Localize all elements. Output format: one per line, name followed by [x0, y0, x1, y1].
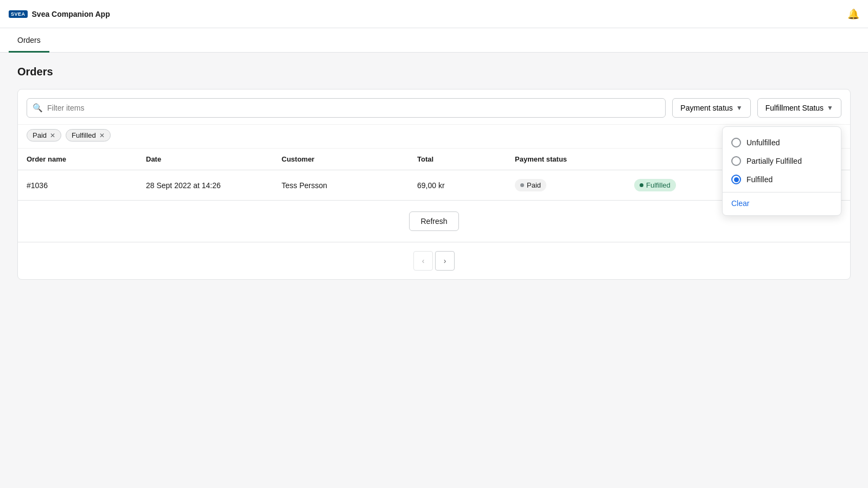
col-date: Date: [146, 155, 282, 163]
filter-tag-paid-label: Paid: [33, 131, 47, 139]
payment-status-filter-button[interactable]: Payment status ▼: [672, 98, 750, 118]
fulfillment-dropdown: Unfulfilled Partially Fulfilled Fulfille…: [722, 126, 841, 216]
search-icon: 🔍: [33, 103, 43, 113]
payment-status-label: Payment status: [680, 104, 733, 112]
filter-tag-fulfilled-label: Fulfilled: [72, 131, 96, 139]
dropdown-divider: [723, 192, 841, 192]
fulfillment-status-text: Fulfilled: [646, 181, 671, 189]
col-total: Total: [417, 155, 515, 163]
fulfillment-status-label: Fulfillment Status: [765, 104, 824, 112]
pagination-prev-button[interactable]: ‹: [413, 251, 433, 271]
payment-status-badge: Paid: [515, 179, 546, 191]
partially-fulfilled-label: Partially Fulfilled: [746, 157, 802, 165]
logo-badge: SVEA: [9, 10, 28, 18]
dropdown-clear-button[interactable]: Clear: [723, 196, 841, 211]
cell-order-name: #1036: [27, 181, 146, 190]
cell-date: 28 Sept 2022 at 14:26: [146, 181, 282, 190]
notification-icon[interactable]: 🔔: [847, 8, 859, 20]
payment-status-dot: [520, 183, 524, 187]
cell-total: 69,00 kr: [417, 181, 515, 190]
fulfilled-label: Fulfilled: [746, 175, 773, 184]
top-bar: SVEA Svea Companion App 🔔: [0, 0, 868, 28]
fulfillment-status-dot: [640, 183, 643, 187]
radio-unfulfilled: [731, 138, 741, 147]
dropdown-item-fulfilled[interactable]: Fulfilled: [723, 170, 841, 189]
fulfillment-btn-wrapper: Fulfillment Status ▼ Unfulfilled Partial…: [757, 98, 841, 118]
unfulfilled-label: Unfulfilled: [746, 138, 780, 147]
dropdown-item-unfulfilled[interactable]: Unfulfilled: [723, 133, 841, 152]
prev-icon: ‹: [422, 256, 425, 265]
cell-payment-status: Paid: [515, 179, 634, 191]
search-input[interactable]: [47, 104, 660, 112]
payment-status-text: Paid: [527, 181, 541, 189]
top-bar-right: 🔔: [847, 8, 859, 20]
col-fulfillment-status: [634, 155, 721, 163]
fulfillment-status-chevron-icon: ▼: [827, 104, 833, 112]
app-name: Svea Companion App: [32, 10, 110, 18]
radio-partially-fulfilled: [731, 156, 741, 166]
cell-customer: Tess Persson: [282, 181, 417, 190]
fulfillment-status-filter-button[interactable]: Fulfillment Status ▼: [757, 98, 841, 118]
page-content: Orders 🔍 Payment status ▼ Fulfillment St…: [0, 53, 868, 293]
remove-fulfilled-filter-button[interactable]: ✕: [99, 132, 105, 139]
fulfillment-status-badge: Fulfilled: [634, 179, 676, 191]
search-wrapper: 🔍: [27, 98, 666, 118]
col-customer: Customer: [282, 155, 417, 163]
remove-paid-filter-button[interactable]: ✕: [50, 132, 55, 139]
dropdown-item-partially-fulfilled[interactable]: Partially Fulfilled: [723, 152, 841, 170]
filter-tag-paid: Paid ✕: [27, 129, 61, 142]
pagination-next-button[interactable]: ›: [435, 251, 455, 271]
payment-status-chevron-icon: ▼: [736, 104, 743, 112]
filter-bar: 🔍 Payment status ▼ Fulfillment Status ▼ …: [18, 89, 850, 125]
page-title: Orders: [17, 66, 851, 78]
orders-card: 🔍 Payment status ▼ Fulfillment Status ▼ …: [17, 89, 851, 280]
tab-orders[interactable]: Orders: [9, 28, 49, 53]
pagination-section: ‹ ›: [18, 242, 850, 279]
radio-fulfilled-inner: [734, 177, 739, 182]
col-order-name: Order name: [27, 155, 146, 163]
refresh-button[interactable]: Refresh: [409, 211, 458, 231]
radio-fulfilled: [731, 175, 741, 184]
cell-fulfillment-status: Fulfilled: [634, 179, 721, 191]
col-payment-status: Payment status: [515, 155, 634, 163]
nav-tabs: Orders: [0, 28, 868, 53]
next-icon: ›: [444, 256, 446, 265]
filter-tag-fulfilled: Fulfilled ✕: [66, 129, 111, 142]
app-logo: SVEA Svea Companion App: [9, 10, 110, 18]
